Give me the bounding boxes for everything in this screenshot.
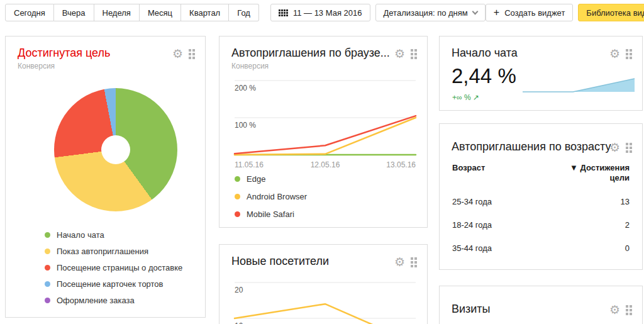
legend-dot-blue-icon	[45, 281, 50, 287]
period-segmented-control: Сегодня Вчера Неделя Месяц Квартал Год	[5, 4, 259, 21]
table-row: 25-34 года 13	[452, 197, 630, 206]
visits-card-tools: ⚙	[609, 304, 632, 316]
legend-dot-red-icon	[45, 265, 50, 271]
new-visitors-card-tools: ⚙	[394, 256, 417, 268]
x-tick-2: 12.05.16	[311, 160, 340, 169]
y-tick-10: 10	[235, 321, 243, 324]
y-tick-20: 20	[235, 286, 243, 294]
period-month-button[interactable]: Месяц	[140, 4, 181, 21]
goal-pie-chart	[54, 88, 177, 211]
age-table: Возраст ▼ Достижения цели 25-34 года 13 …	[452, 163, 630, 253]
browsers-card-title: Автоприглашения по браузе...	[231, 47, 390, 60]
settings-icon[interactable]: ⚙	[609, 48, 620, 60]
value-cell: 0	[625, 243, 630, 253]
period-yesterday-button[interactable]: Вчера	[54, 4, 94, 21]
chat-sparkline	[523, 74, 636, 93]
chat-metric-delta: +∞ % ↗	[452, 93, 479, 102]
period-year-button[interactable]: Год	[229, 4, 259, 21]
new-visitors-series	[235, 304, 416, 324]
period-week-button[interactable]: Неделя	[94, 4, 140, 21]
settings-icon[interactable]: ⚙	[394, 256, 405, 268]
visits-card-title: Визиты	[452, 303, 491, 316]
age-card-tools: ⚙	[609, 142, 632, 154]
drag-handle-icon[interactable]	[411, 257, 417, 267]
legend-label: Посещение карточек тортов	[57, 279, 164, 289]
settings-icon[interactable]: ⚙	[172, 48, 183, 60]
legend-dot-purple-icon	[45, 298, 50, 303]
settings-icon[interactable]: ⚙	[609, 304, 620, 316]
table-row: 18-24 года 2	[452, 220, 630, 230]
legend-label: Показ автоприглашения	[57, 247, 148, 256]
legend-item: Android Browser	[235, 187, 307, 205]
goal-card-tools: ⚙	[172, 48, 195, 60]
legend-dot-green-icon	[235, 176, 240, 182]
age-cell: 25-34 года	[452, 197, 492, 206]
chat-metric-value: 2,44 %	[452, 64, 516, 88]
settings-icon[interactable]: ⚙	[609, 142, 620, 154]
create-widget-button[interactable]: + Создать виджет	[486, 4, 574, 21]
goal-card-subtitle: Конверсия	[18, 62, 55, 70]
age-table-header: Возраст ▼ Достижения цели	[452, 163, 630, 183]
browsers-series-2	[235, 116, 416, 154]
legend-item: Edge	[235, 170, 307, 187]
detalization-label: Детализация: по дням	[384, 8, 468, 18]
legend-item: Mobile Safari	[235, 205, 307, 223]
date-range-label: 11 — 13 Мая 2016	[293, 8, 362, 18]
goal-legend: Начало чата Показ автоприглашения Посеще…	[45, 226, 182, 308]
legend-dot-green-icon	[45, 232, 50, 238]
legend-label: Начало чата	[57, 230, 104, 240]
x-tick-3: 13.05.16	[386, 160, 416, 169]
widget-browsers-card: Автоприглашения по браузе... Конверсия ⚙…	[219, 36, 428, 228]
age-cell: 35-44 года	[452, 243, 492, 253]
goal-column-header-sorted-desc[interactable]: ▼ Достижения цели	[554, 163, 630, 183]
period-quarter-button[interactable]: Квартал	[181, 4, 229, 21]
legend-label: Android Browser	[247, 192, 307, 201]
legend-item: Показ автоприглашения	[45, 243, 182, 259]
settings-icon[interactable]: ⚙	[394, 48, 405, 60]
drag-handle-icon[interactable]	[626, 143, 632, 153]
detalization-select[interactable]: Детализация: по дням	[375, 4, 486, 21]
chat-card-title: Начало чата	[452, 47, 518, 60]
drag-handle-icon[interactable]	[626, 305, 632, 315]
browsers-series-1	[235, 118, 416, 155]
legend-item: Оформление заказа	[45, 292, 182, 308]
legend-dot-yellow-icon	[45, 249, 50, 254]
legend-label: Edge	[247, 174, 265, 184]
date-range-button[interactable]: 11 — 13 Мая 2016	[270, 4, 370, 21]
chat-sparkline-area	[523, 79, 635, 92]
legend-item: Начало чата	[45, 226, 182, 243]
drag-handle-icon[interactable]	[189, 49, 195, 59]
widget-chat-card: Начало чата ⚙ 2,44 % +∞ % ↗	[439, 36, 643, 111]
new-visitors-card-title: Новые посетители	[231, 255, 329, 268]
drag-handle-icon[interactable]	[411, 49, 417, 59]
legend-dot-red-icon	[235, 211, 240, 217]
y-tick-200: 200 %	[235, 84, 256, 92]
legend-item: Посещение страницы о доставке	[45, 259, 182, 276]
legend-item: Посещение карточек тортов	[45, 276, 182, 292]
calendar-grid-icon	[279, 9, 288, 16]
browsers-line-chart: 200 % 100 % 11.05.16 12.05.16 13.05.16	[230, 75, 418, 170]
widget-goal-card: Достигнутая цель Конверсия ⚙ Начало чата…	[5, 36, 206, 318]
chat-card-tools: ⚙	[609, 48, 632, 60]
plus-icon: +	[494, 8, 499, 18]
goal-card-title: Достигнутая цель	[18, 47, 110, 60]
drag-handle-icon[interactable]	[626, 49, 632, 59]
create-widget-label: Создать виджет	[504, 8, 565, 18]
age-cell: 18-24 года	[452, 220, 492, 230]
value-cell: 13	[621, 197, 630, 206]
browsers-legend: Edge Android Browser Mobile Safari	[235, 170, 307, 223]
age-column-header[interactable]: Возраст	[452, 163, 485, 183]
x-tick-1: 11.05.16	[235, 160, 264, 169]
toolbar: Сегодня Вчера Неделя Месяц Квартал Год 1…	[5, 4, 639, 21]
widget-library-button[interactable]: Библиотека виджетов	[578, 4, 644, 21]
new-visitors-line-chart: 20 10	[230, 277, 418, 324]
value-cell: 2	[625, 220, 630, 230]
widget-age-card: Автоприглашения по возрасту ⚙ Возраст ▼ …	[439, 123, 643, 270]
legend-dot-yellow-icon	[235, 194, 240, 199]
table-row: 35-44 года 0	[452, 243, 630, 253]
widget-new-visitors-card: Новые посетители ⚙ 20 10	[219, 244, 428, 324]
widget-visits-card: Визиты ⚙	[439, 286, 643, 324]
widget-library-label: Библиотека виджетов	[586, 8, 644, 18]
period-today-button[interactable]: Сегодня	[5, 4, 54, 21]
age-card-title: Автоприглашения по возрасту	[452, 140, 611, 154]
